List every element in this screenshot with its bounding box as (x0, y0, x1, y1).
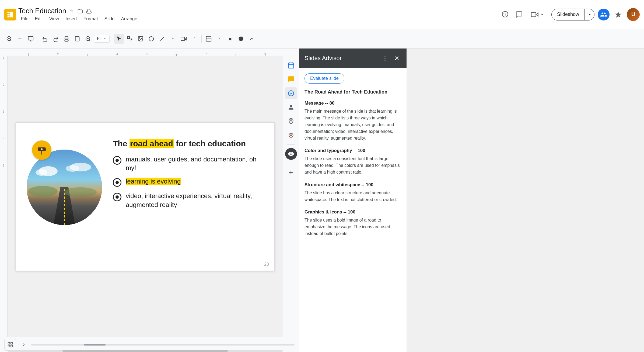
ruler-v-mark: 3 (3, 110, 4, 137)
person-icon[interactable] (285, 101, 297, 113)
menu-file[interactable]: File (18, 16, 31, 22)
menu-insert[interactable]: Insert (63, 16, 80, 22)
line-tool[interactable] (157, 34, 167, 44)
road-image (27, 150, 102, 225)
check-icon[interactable] (285, 87, 297, 99)
slide-title-highlight: road ahead (130, 139, 174, 148)
advisor-more-icon[interactable]: ⋮ (381, 54, 389, 63)
line-dropdown[interactable] (168, 34, 178, 44)
bullet-icon-1 (113, 156, 121, 165)
video-button[interactable] (179, 34, 188, 44)
star-icon[interactable]: ☆ (68, 8, 75, 14)
svg-point-26 (36, 169, 47, 176)
sign-icon (32, 140, 51, 160)
menu-view[interactable]: View (47, 16, 62, 22)
fill-color-dropdown[interactable] (215, 34, 224, 44)
image-insert-button[interactable] (136, 34, 145, 44)
camera-record-icon[interactable] (285, 129, 297, 141)
app-icon[interactable] (4, 9, 16, 20)
slides-panel-button[interactable] (26, 34, 36, 44)
zoom-out-button[interactable] (83, 34, 93, 44)
collaborate-button[interactable] (598, 9, 610, 20)
history-button[interactable] (500, 9, 510, 20)
bullet-dot-1 (116, 159, 119, 162)
add-button[interactable]: + (15, 34, 25, 44)
menu-slide[interactable]: Slide (102, 16, 117, 22)
zoom-in-button[interactable] (4, 34, 14, 44)
up-arrow-button[interactable] (247, 34, 257, 44)
scrollbar-horizontal[interactable] (31, 344, 295, 346)
bullet-dot-2 (116, 181, 119, 184)
bullet-icon-3 (113, 193, 121, 201)
svg-rect-3 (10, 12, 13, 17)
slideshow-label: Slideshow (552, 12, 584, 17)
eye-icon[interactable] (285, 148, 297, 160)
svg-rect-0 (8, 12, 10, 13)
more-tools[interactable]: ⋮ (190, 34, 199, 44)
bullet-item-1: manuals, user guides, and documentation,… (113, 155, 261, 172)
slide-title-plain: The (113, 139, 130, 148)
svg-rect-7 (65, 39, 68, 41)
section-text-structure: The slide has a clear structure and adeq… (304, 190, 401, 203)
slide-title-end: for tech education (174, 139, 246, 148)
chat-icon[interactable] (285, 73, 297, 85)
advisor-title: Slides Advisor (304, 55, 342, 62)
cloud-icon[interactable] (86, 8, 92, 14)
doc-title: Tech Education (18, 7, 66, 15)
strip-divider-2 (287, 163, 295, 163)
section-header-color: Color and typography -- 100 (304, 148, 401, 153)
slideshow-button[interactable]: Slideshow (551, 9, 594, 20)
advisor-close-icon[interactable] (393, 54, 401, 63)
bullet-dot-3 (116, 195, 119, 199)
transform-tool[interactable] (125, 34, 135, 44)
bullet-list: manuals, user guides, and documentation,… (113, 155, 261, 209)
user-avatar[interactable]: U (627, 8, 640, 21)
slide-canvas[interactable]: The road ahead for tech education manual… (16, 122, 275, 271)
grid-view-button[interactable] (4, 339, 16, 351)
expand-arrow[interactable] (19, 340, 28, 349)
comment-button[interactable] (514, 9, 524, 20)
slide-canvas-wrapper[interactable]: The road ahead for tech education manual… (8, 56, 283, 337)
background-button[interactable] (204, 34, 214, 44)
scrollbar-thumb[interactable] (84, 344, 106, 346)
print-button[interactable] (62, 34, 71, 44)
svg-point-12 (149, 36, 154, 41)
evaluate-slide-button[interactable]: Evaluate slide (304, 73, 344, 84)
select-tool[interactable] (114, 34, 124, 44)
menu-arrange[interactable]: Arrange (118, 16, 140, 22)
paint-format-button[interactable] (72, 34, 82, 44)
slide-editor-area: 1 2 3 4 5 (0, 56, 299, 337)
ruler-mark: 8 (221, 53, 250, 56)
folder-icon[interactable] (77, 8, 83, 14)
svg-rect-9 (128, 36, 130, 38)
fit-dropdown[interactable]: Fit (94, 35, 110, 43)
section-text-color: The slide uses a consistent font that is… (304, 156, 401, 175)
toolbar-divider-3 (201, 35, 202, 43)
svg-rect-1 (8, 14, 10, 15)
menu-format[interactable]: Format (81, 16, 101, 22)
shape-insert-button[interactable] (146, 34, 156, 44)
section-text-message: The main message of the slide is that le… (304, 108, 401, 142)
ruler-mark: 1 (13, 53, 43, 56)
magic-star-button[interactable] (613, 9, 624, 20)
strip-divider (287, 144, 295, 145)
border-color-button[interactable]: ● (225, 34, 235, 44)
ruler-vertical: 1 2 3 4 5 (0, 56, 8, 337)
calendar-icon[interactable] (285, 59, 297, 71)
advisor-slide-title: The Road Ahead for Tech Education (304, 89, 401, 95)
toolbar-divider-1 (38, 35, 38, 43)
svg-point-34 (290, 134, 292, 136)
redo-button[interactable] (51, 34, 61, 44)
right-icon-strip: + (283, 56, 299, 337)
camera-button[interactable] (528, 9, 548, 20)
add-strip-button[interactable]: + (285, 167, 297, 178)
ruler-mark: 4 (102, 53, 132, 56)
slideshow-dropdown-arrow[interactable] (584, 9, 594, 20)
ruler-mark: 7 (191, 53, 221, 56)
bullet-highlight-2: learning is evolving (126, 178, 181, 185)
menu-edit[interactable]: Edit (32, 16, 45, 22)
undo-button[interactable] (40, 34, 50, 44)
section-header-graphics: Graphics & icons -- 100 (304, 209, 401, 215)
map-icon[interactable] (285, 115, 297, 127)
border-weight-button[interactable] (236, 34, 246, 44)
